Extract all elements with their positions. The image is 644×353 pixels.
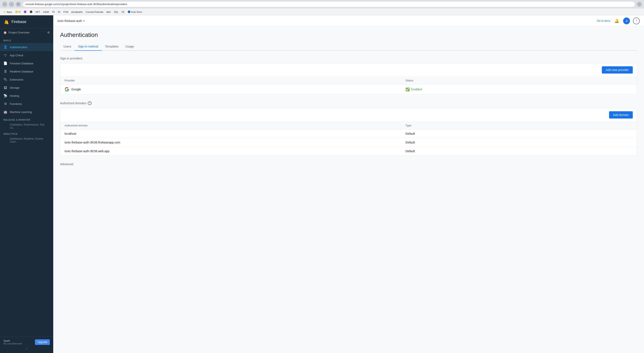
bookmarks-nft[interactable]: NFT [35, 10, 41, 14]
table-row[interactable]: Google ✅ Enabled [60, 84, 637, 94]
main-content: ionic-firebase-auth ▾ Go to docs 🔔 J ? A… [53, 15, 644, 353]
bookmarks-js[interactable]: JS [57, 10, 61, 14]
domains-table-header: Authorized domain Type [60, 122, 637, 129]
provider-col-header: Provider [64, 79, 406, 82]
sidebar-footer: Spark No-cost $0/month Upgrade ‹ [0, 336, 53, 353]
settings-icon[interactable]: ⚙ [47, 31, 50, 34]
type-col-header: Type [406, 124, 633, 127]
bookmarks-plural[interactable]: pluralpaths [70, 10, 84, 14]
notifications-button[interactable]: 🔔 [613, 18, 620, 24]
project-name: ionic-firebase-auth [58, 19, 82, 23]
release-monitor-label: Release & Monitor [0, 116, 53, 122]
extensions-icon: 🔌 [4, 78, 7, 81]
app-container: Firebase 🏠 Project Overview ⚙ Build 👤 Au… [0, 15, 644, 353]
realtime-db-icon: 🗄 [4, 70, 7, 73]
bookmarks-ionic[interactable]: 🔵Ionic Docs [127, 10, 143, 14]
sidebar-item-firestore[interactable]: 📄 Firestore Database [0, 59, 53, 67]
add-domain-button[interactable]: Add domain [609, 111, 633, 119]
sidebar-item-hosting[interactable]: 📡 Hosting [0, 92, 53, 100]
firestore-icon: 📄 [4, 61, 7, 65]
bookmark-button[interactable]: ☆ [637, 2, 642, 7]
status-col-header: Status [406, 79, 633, 82]
providers-card: Add new provider Provider Status [60, 63, 637, 94]
sign-in-providers-label: Sign-in providers [60, 57, 637, 60]
google-icon [64, 87, 69, 92]
bookmarks-apps[interactable]: ⚡ Apps [2, 10, 13, 14]
forward-button[interactable]: › [9, 2, 14, 7]
tab-templates[interactable]: Templates [102, 43, 122, 51]
enabled-check-icon: ✅ [406, 87, 410, 92]
hosting-icon: 📡 [4, 94, 7, 98]
domain-type: Default [406, 149, 633, 153]
bookmarks-bar: ⚡ Apps 🟡 IT 🟣 ⚫ NFT InfoM T8 JS FON plur… [0, 9, 644, 15]
sidebar-item-functions[interactable]: ⚙ Functions [0, 100, 53, 108]
project-selector[interactable]: ionic-firebase-auth ▾ [58, 19, 84, 23]
domain-col-header: Authorized domain [64, 124, 406, 127]
tab-users[interactable]: Users [60, 43, 75, 51]
provider-name: Google [64, 87, 406, 92]
authorized-domains-help-icon[interactable]: ? [88, 101, 92, 105]
provider-status: ✅ Enabled [406, 87, 633, 92]
sidebar-project-overview[interactable]: 🏠 Project Overview ⚙ [0, 28, 53, 37]
storage-icon: 🖼 [4, 86, 7, 90]
bookmarks-infom[interactable]: InfoM [42, 10, 50, 14]
advanced-label: Advanced [60, 162, 637, 166]
page-content: Authentication Users Sign-in method Temp… [53, 27, 644, 353]
sidebar-item-authentication[interactable]: 👤 Authentication [0, 43, 53, 51]
go-to-docs-link[interactable]: Go to docs [597, 19, 610, 22]
sidebar-header: Firebase [0, 15, 53, 28]
bookmarks-sql[interactable]: SQL [113, 10, 120, 14]
domain-value: ionic-firebase-auth-3fc56.web.app [64, 149, 406, 153]
user-avatar[interactable]: J [623, 18, 630, 24]
domains-card: Add domain Authorized domain Type localh… [60, 108, 637, 156]
domain-type: Default [406, 132, 633, 135]
top-bar-actions: Go to docs 🔔 J ? [597, 18, 640, 24]
help-button[interactable]: ? [633, 18, 640, 24]
sidebar: Firebase 🏠 Project Overview ⚙ Build 👤 Au… [0, 15, 53, 353]
providers-table-header: Provider Status [60, 77, 637, 84]
build-section-label: Build [0, 37, 53, 43]
it-bookmark-icon: 🟡 [15, 11, 18, 13]
authentication-icon: 👤 [4, 45, 7, 49]
back-button[interactable]: ‹ [2, 2, 7, 7]
domain-value: localhost [64, 132, 406, 135]
domain-type: Default [406, 141, 633, 144]
appcheck-icon: 🛡 [4, 53, 7, 57]
sidebar-item-extensions[interactable]: 🔌 Extensions [0, 76, 53, 84]
firebase-logo-icon [4, 19, 9, 25]
reload-button[interactable]: ↻ [16, 2, 21, 7]
domain-value: ionic-firebase-auth-3fc56.firebaseapp.co… [64, 141, 406, 144]
sidebar-item-appcheck[interactable]: 🛡 App Check [0, 51, 53, 59]
apps-icon: ⚡ [3, 11, 6, 13]
analytics-label: Analytics [0, 130, 53, 136]
sidebar-item-realtime-database[interactable]: 🗄 Realtime Database [0, 67, 53, 76]
plan-cost: No-cost $0/month [4, 342, 22, 345]
tabs: Users Sign-in method Templates Usage [60, 43, 637, 51]
sidebar-collapse-icon[interactable]: ‹ [26, 346, 27, 350]
table-row[interactable]: localhost Default [60, 129, 637, 138]
sidebar-item-machine-learning[interactable]: 🤖 Machine Learning [0, 108, 53, 116]
page-title: Authentication [60, 32, 637, 38]
bookmarks-gh[interactable]: ⚫ [29, 10, 34, 14]
tab-sign-in-method[interactable]: Sign-in method [75, 43, 102, 51]
sidebar-item-storage[interactable]: 🖼 Storage [0, 84, 53, 92]
tab-usage[interactable]: Usage [122, 43, 137, 51]
plan-label: Spark [4, 339, 22, 342]
ml-icon: 🤖 [4, 110, 7, 114]
bookmarks-courses[interactable]: CoursesTutorials [85, 10, 104, 14]
upgrade-button[interactable]: Upgrade [35, 339, 50, 345]
add-provider-button[interactable]: Add new provider [602, 66, 633, 74]
bookmarks-fe[interactable]: FE [121, 10, 126, 14]
bookmarks-circle[interactable]: 🟣 [23, 10, 28, 14]
bookmarks-later[interactable]: later [106, 10, 112, 14]
bookmarks-it[interactable]: 🟡 IT [14, 10, 22, 14]
table-row[interactable]: ionic-firebase-auth-3fc56.web.app Defaul… [60, 147, 637, 155]
bookmarks-t8[interactable]: T8 [51, 10, 56, 14]
authorized-domains-label: Authorized domains ? [60, 101, 637, 105]
table-row[interactable]: ionic-firebase-auth-3fc56.firebaseapp.co… [60, 138, 637, 147]
url-bar[interactable]: console.firebase.google.com/u/1/project/… [22, 1, 635, 7]
release-monitor-sub: Crashlytics, Performance, Test La... [0, 122, 53, 130]
bookmarks-fon[interactable]: FON [62, 10, 69, 14]
providers-card-header: Add new provider [60, 63, 637, 77]
browser-chrome: ‹ › ↻ console.firebase.google.com/u/1/pr… [0, 0, 644, 9]
